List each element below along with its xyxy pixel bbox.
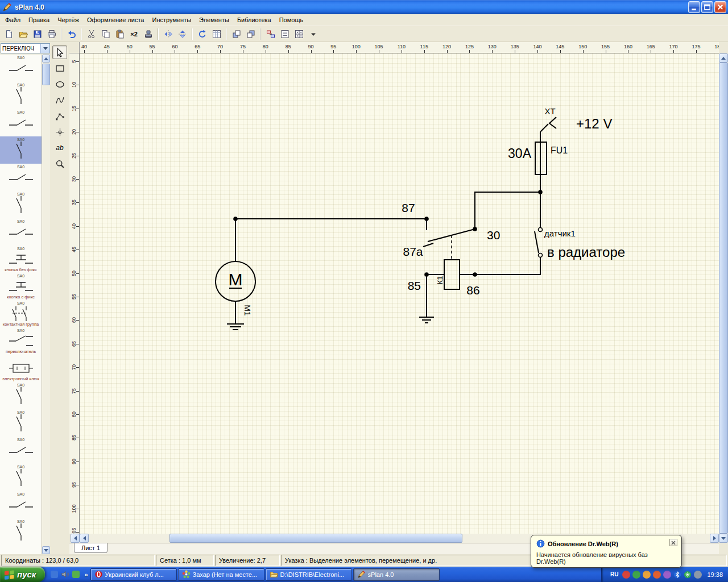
library-scrollbar[interactable] <box>42 55 50 554</box>
select-pointer-button[interactable] <box>52 45 67 59</box>
bring-to-front-button[interactable] <box>229 27 243 41</box>
taskbar-task-3[interactable]: D:\DISTRIB\Electroni... <box>266 568 352 581</box>
library-item-12[interactable]: электронный ключ <box>0 355 42 382</box>
tray-yellow-icon[interactable] <box>643 571 651 579</box>
save-file-button[interactable] <box>30 27 44 41</box>
drweb-icon[interactable] <box>684 571 692 579</box>
renumber-button[interactable] <box>263 27 278 41</box>
sheet-list-button[interactable] <box>278 27 292 41</box>
volume-icon[interactable] <box>61 570 69 579</box>
duplicate-button[interactable]: ×2 <box>127 27 141 41</box>
maximize-button[interactable] <box>701 1 713 13</box>
vertical-scroll-thumb[interactable] <box>719 63 728 534</box>
library-item-13[interactable]: SA0 <box>0 382 42 409</box>
library-item-14[interactable]: SA0 <box>0 409 42 436</box>
menu-item-6[interactable]: Элементы <box>195 15 233 26</box>
horizontal-scroll-thumb[interactable] <box>169 534 462 543</box>
open-file-button[interactable] <box>16 27 30 41</box>
library-scroll-down-button[interactable] <box>42 546 50 554</box>
grid-dropdown-button[interactable] <box>306 27 320 41</box>
notification-close-button[interactable] <box>669 539 677 546</box>
stamp-button[interactable] <box>141 27 155 41</box>
ruler-number: 75 <box>240 44 246 49</box>
keyboard-layout-indicator[interactable]: RU <box>609 571 620 578</box>
rectangle-button[interactable] <box>52 61 67 75</box>
menu-item-1[interactable]: Файл <box>1 15 24 26</box>
vertical-scrollbar[interactable] <box>719 53 728 543</box>
print-button[interactable] <box>44 27 59 41</box>
measure-grid-button[interactable] <box>209 27 224 41</box>
copy-button[interactable] <box>98 27 113 41</box>
menu-item-2[interactable]: Правка <box>24 15 53 26</box>
taskbar-task-1[interactable]: Украинский клуб л... <box>90 568 177 581</box>
tray-green-icon[interactable] <box>632 571 640 579</box>
flip-vertical-button[interactable] <box>175 27 189 41</box>
minimize-button[interactable] <box>688 1 700 13</box>
paste-button[interactable] <box>113 27 127 41</box>
library-item-16[interactable]: SA0 <box>0 464 42 491</box>
menu-item-7[interactable]: Библиотека <box>233 15 275 26</box>
app-icon <box>2 2 12 12</box>
grid-settings-button[interactable] <box>292 27 306 41</box>
scroll-left-button[interactable] <box>80 534 89 543</box>
text-tool-button[interactable]: ab <box>52 141 67 155</box>
zoom-button[interactable] <box>52 157 67 171</box>
cut-button[interactable] <box>84 27 98 41</box>
library-scroll-thumb[interactable] <box>42 64 50 85</box>
library-item-18[interactable]: SA0 <box>0 518 42 546</box>
library-item-15[interactable]: SA0 <box>0 436 42 464</box>
library-item-11[interactable]: SA0переключатель <box>0 327 42 355</box>
launch-media-icon[interactable] <box>72 571 80 578</box>
tray-purple-icon[interactable] <box>663 571 671 579</box>
chevron-down-icon[interactable] <box>40 44 49 53</box>
node-edit-button[interactable] <box>52 125 67 139</box>
close-button[interactable] <box>714 1 726 13</box>
start-button[interactable]: пуск <box>0 567 45 582</box>
ruler-tick <box>76 179 79 180</box>
scroll-up-button[interactable] <box>719 53 728 63</box>
bluetooth-icon[interactable] <box>673 571 681 579</box>
undo-button[interactable] <box>64 27 78 41</box>
notification-balloon[interactable]: Обновление Dr.Web(R) Начинается обновлен… <box>531 535 682 568</box>
library-item-1[interactable]: SA0 <box>0 55 42 82</box>
menu-item-5[interactable]: Инструменты <box>148 15 196 26</box>
tray-orange-icon[interactable] <box>653 571 661 579</box>
tray-red-icon[interactable] <box>622 571 630 579</box>
send-to-back-button[interactable] <box>243 27 258 41</box>
library-item-7[interactable]: SA0 <box>0 218 42 246</box>
menu-item-8[interactable]: Помощь <box>275 15 308 26</box>
ellipse-button[interactable] <box>52 77 67 91</box>
library-item-4[interactable]: SA0 <box>0 136 42 164</box>
sheet-tab[interactable]: Лист 1 <box>74 543 107 553</box>
launch-app-icon[interactable] <box>51 571 58 578</box>
ruler-tick <box>76 414 79 415</box>
library-item-3[interactable]: SA0 <box>0 109 42 136</box>
library-item-17[interactable]: SA0 <box>0 491 42 518</box>
taskbar-task-2[interactable]: Захар (Нет на месте... <box>178 568 264 581</box>
taskbar-task-4[interactable]: sPlan 4.0 <box>353 568 440 581</box>
quick-launch-overflow-button[interactable]: » <box>82 571 89 578</box>
status-zoom: Увеличение: 2,7 <box>215 555 280 566</box>
sheet-tab-scroll-button[interactable] <box>71 534 80 543</box>
scroll-down-button[interactable] <box>719 534 728 543</box>
menu-item-3[interactable]: Чертёж <box>53 15 83 26</box>
library-scroll-up-button[interactable] <box>42 55 50 63</box>
tray-clock-icon[interactable] <box>694 571 702 579</box>
scroll-right-button[interactable] <box>710 534 719 543</box>
flip-horizontal-button[interactable] <box>161 27 175 41</box>
new-document-button[interactable] <box>2 27 16 41</box>
rotate-button[interactable] <box>195 27 209 41</box>
library-category-dropdown[interactable]: ПЕРЕКЛЮЧ <box>1 43 50 53</box>
library-item-5[interactable]: SA0 <box>0 164 42 191</box>
library-item-10[interactable]: SA0контактная группа <box>0 300 42 327</box>
library-item-2[interactable]: SA0 <box>0 82 42 109</box>
schematic-drawing[interactable]: 87 87a 30 85 86 30A FU1 XT +12 V датчик1… <box>80 53 719 534</box>
menu-item-4[interactable]: Оформление листа <box>83 15 148 26</box>
special-shape-button[interactable] <box>52 93 67 107</box>
library-item-9[interactable]: SA0кнопка с фикс <box>0 273 42 300</box>
library-item-8[interactable]: SA0кнопка без фикс <box>0 246 42 273</box>
canvas-area[interactable]: 87 87a 30 85 86 30A FU1 XT +12 V датчик1… <box>80 53 719 534</box>
label-30: 30 <box>487 228 500 242</box>
library-item-6[interactable]: SA0 <box>0 191 42 218</box>
polyline-button[interactable] <box>52 109 67 123</box>
